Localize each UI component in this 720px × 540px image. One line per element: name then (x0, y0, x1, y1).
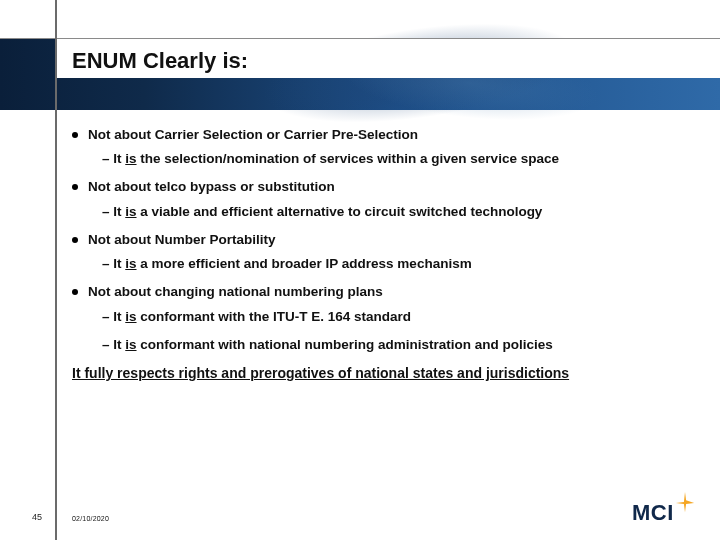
sub-prefix: – It (102, 337, 125, 352)
content: Not about Carrier Selection or Carrier P… (72, 126, 692, 383)
summary-line: It fully respects rights and prerogative… (72, 364, 692, 383)
bullet-dot-icon (72, 237, 78, 243)
svg-marker-0 (676, 492, 694, 512)
sub-rest: the selection/nomination of services wit… (137, 151, 559, 166)
sub-prefix: – It (102, 309, 125, 324)
bullet-item: Not about telco bypass or substitution (72, 178, 692, 196)
logo-text: MCI (632, 500, 674, 526)
bullet-text: Not about Number Portability (88, 231, 276, 249)
sub-prefix: – It (102, 204, 125, 219)
sub-rest: conformant with the ITU-T E. 164 standar… (137, 309, 412, 324)
sub-is: is (125, 337, 136, 352)
bullet-dot-icon (72, 289, 78, 295)
sub-prefix: – It (102, 151, 125, 166)
sub-item: – It is the selection/nomination of serv… (102, 150, 692, 168)
bullet-dot-icon (72, 184, 78, 190)
sub-item: – It is a more efficient and broader IP … (102, 255, 692, 273)
vertical-rule (55, 0, 57, 540)
mci-logo: MCI (626, 496, 696, 526)
sub-is: is (125, 309, 136, 324)
sub-item: – It is conformant with the ITU-T E. 164… (102, 308, 692, 326)
star-icon (674, 492, 696, 514)
bullet-item: Not about Carrier Selection or Carrier P… (72, 126, 692, 144)
sub-item: – It is a viable and efficient alternati… (102, 203, 692, 221)
sub-rest: a more efficient and broader IP address … (137, 256, 472, 271)
page-number: 45 (32, 512, 42, 522)
horizontal-rule (0, 38, 720, 39)
bullet-text: Not about telco bypass or substitution (88, 178, 335, 196)
slide: ENUM Clearly is: Not about Carrier Selec… (0, 0, 720, 540)
bullet-text: Not about Carrier Selection or Carrier P… (88, 126, 418, 144)
sub-rest: a viable and efficient alternative to ci… (137, 204, 543, 219)
sub-is: is (125, 204, 136, 219)
bullet-item: Not about changing national numbering pl… (72, 283, 692, 301)
sub-is: is (125, 151, 136, 166)
bullet-dot-icon (72, 132, 78, 138)
bullet-text: Not about changing national numbering pl… (88, 283, 383, 301)
sub-is: is (125, 256, 136, 271)
footer-date: 02/10/2020 (72, 515, 109, 522)
sub-item: – It is conformant with national numberi… (102, 336, 692, 354)
slide-title: ENUM Clearly is: (72, 48, 248, 74)
bullet-item: Not about Number Portability (72, 231, 692, 249)
sub-prefix: – It (102, 256, 125, 271)
sub-rest: conformant with national numbering admin… (137, 337, 553, 352)
